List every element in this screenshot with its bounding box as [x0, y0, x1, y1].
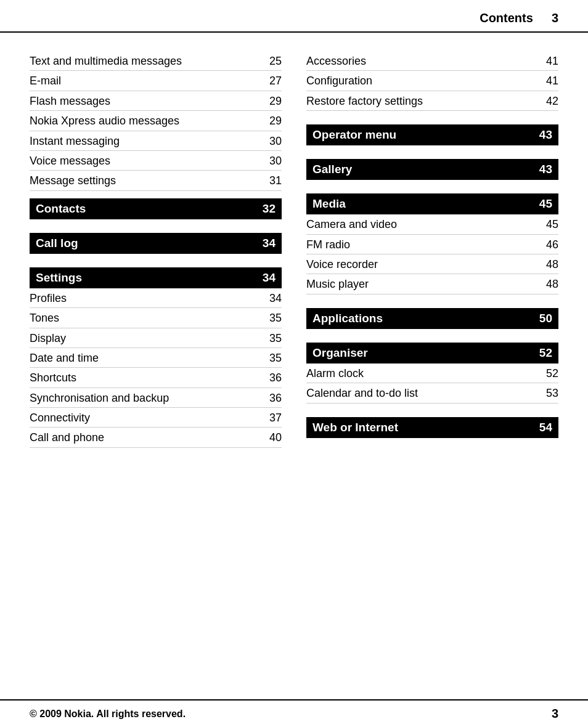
- section-header-web: Web or Internet 54: [306, 417, 558, 438]
- footer-copyright: © 2009 Nokia. All rights reserved.: [30, 709, 186, 720]
- toc-page: 35: [269, 351, 282, 365]
- section-label: Applications: [312, 312, 383, 325]
- section-label: Media: [312, 197, 346, 211]
- toc-page: 48: [546, 258, 558, 272]
- toc-label: Nokia Xpress audio messages: [30, 114, 269, 128]
- toc-page: 31: [269, 174, 282, 188]
- list-item: Synchronisation and backup 36: [30, 388, 282, 408]
- section-label: Operator menu: [312, 128, 396, 142]
- toc-label: Synchronisation and backup: [30, 391, 269, 405]
- section-label: Gallery: [312, 163, 352, 176]
- section-header-organiser: Organiser 52: [306, 343, 558, 364]
- left-column: Text and multimedia messages 25 E-mail 2…: [30, 51, 282, 448]
- list-item: Configuration 41: [306, 71, 558, 91]
- section-page: 54: [539, 421, 552, 434]
- section-page: 43: [539, 163, 552, 176]
- section-page: 34: [263, 271, 276, 285]
- toc-page: 34: [269, 291, 282, 306]
- toc-page: 30: [269, 134, 282, 148]
- list-item: Text and multimedia messages 25: [30, 51, 282, 71]
- section-page: 34: [263, 237, 276, 250]
- list-item: FM radio 46: [306, 235, 558, 254]
- toc-page: 40: [269, 431, 282, 445]
- toc-label: Connectivity: [30, 411, 269, 425]
- toc-page: 53: [546, 386, 558, 400]
- list-item: Date and time 35: [30, 348, 282, 368]
- list-item: Flash messages 29: [30, 91, 282, 111]
- toc-label: Flash messages: [30, 94, 269, 108]
- toc-label: Music player: [306, 277, 546, 291]
- footer-page-number: 3: [552, 707, 558, 721]
- page-footer: © 2009 Nokia. All rights reserved. 3: [0, 699, 588, 727]
- toc-label: Call and phone: [30, 431, 269, 445]
- section-label: Organiser: [312, 346, 368, 360]
- section-label: Call log: [36, 237, 78, 250]
- toc-label: Profiles: [30, 291, 269, 306]
- toc-page: 29: [269, 114, 282, 128]
- toc-page: 42: [546, 94, 558, 108]
- section-header-media: Media 45: [306, 193, 558, 214]
- toc-label: Tones: [30, 311, 269, 325]
- list-item: Connectivity 37: [30, 408, 282, 428]
- section-header-operator-menu: Operator menu 43: [306, 124, 558, 145]
- list-item: Accessories 41: [306, 51, 558, 71]
- list-item: Tones 35: [30, 308, 282, 328]
- list-item: Calendar and to-do list 53: [306, 383, 558, 403]
- list-item: Call and phone 40: [30, 428, 282, 447]
- list-item: E-mail 27: [30, 71, 282, 91]
- section-label: Web or Internet: [312, 421, 398, 434]
- right-column: Accessories 41 Configuration 41 Restore …: [306, 51, 558, 448]
- toc-label: Camera and video: [306, 217, 546, 232]
- toc-page: 45: [546, 217, 558, 232]
- section-label: Contacts: [36, 202, 86, 216]
- toc-label: Display: [30, 331, 269, 346]
- toc-page: 41: [546, 54, 558, 68]
- toc-page: 29: [269, 94, 282, 108]
- toc-page: 41: [546, 74, 558, 88]
- toc-label: FM radio: [306, 238, 546, 252]
- toc-label: Shortcuts: [30, 371, 269, 385]
- toc-page: 25: [269, 54, 282, 68]
- section-page: 52: [539, 346, 552, 360]
- list-item: Nokia Xpress audio messages 29: [30, 111, 282, 131]
- toc-label: Instant messaging: [30, 134, 269, 148]
- toc-page: 36: [269, 371, 282, 385]
- toc-label: Message settings: [30, 174, 269, 188]
- toc-label: Restore factory settings: [306, 94, 546, 108]
- section-page: 32: [263, 202, 276, 216]
- toc-label: Date and time: [30, 351, 269, 365]
- list-item: Voice messages 30: [30, 151, 282, 171]
- toc-page: 35: [269, 331, 282, 346]
- list-item: Message settings 31: [30, 171, 282, 190]
- page-header: Contents 3: [0, 0, 588, 33]
- section-header-applications: Applications 50: [306, 308, 558, 329]
- page: Contents 3 Text and multimedia messages …: [0, 0, 588, 727]
- toc-label: Accessories: [306, 54, 546, 68]
- toc-label: Voice messages: [30, 154, 269, 168]
- list-item: Camera and video 45: [306, 214, 558, 234]
- list-item: Display 35: [30, 328, 282, 348]
- section-header-contacts: Contacts 32: [30, 198, 282, 219]
- toc-label: Voice recorder: [306, 258, 546, 272]
- list-item: Shortcuts 36: [30, 368, 282, 388]
- list-item: Profiles 34: [30, 288, 282, 308]
- list-item: Music player 48: [306, 274, 558, 294]
- section-page: 50: [539, 312, 552, 325]
- toc-page: 37: [269, 411, 282, 425]
- list-item: Instant messaging 30: [30, 131, 282, 151]
- list-item: Restore factory settings 42: [306, 91, 558, 111]
- toc-label: E-mail: [30, 74, 269, 88]
- toc-label: Alarm clock: [306, 367, 546, 381]
- section-header-calllog: Call log 34: [30, 233, 282, 254]
- list-item: Alarm clock 52: [306, 364, 558, 383]
- toc-page: 36: [269, 391, 282, 405]
- section-page: 45: [539, 197, 552, 211]
- main-content: Text and multimedia messages 25 E-mail 2…: [0, 51, 588, 448]
- toc-page: 27: [269, 74, 282, 88]
- toc-page: 52: [546, 367, 558, 381]
- toc-page: 46: [546, 238, 558, 252]
- toc-label: Configuration: [306, 74, 546, 88]
- toc-page: 30: [269, 154, 282, 168]
- header-title: Contents: [480, 11, 533, 25]
- section-page: 43: [539, 128, 552, 142]
